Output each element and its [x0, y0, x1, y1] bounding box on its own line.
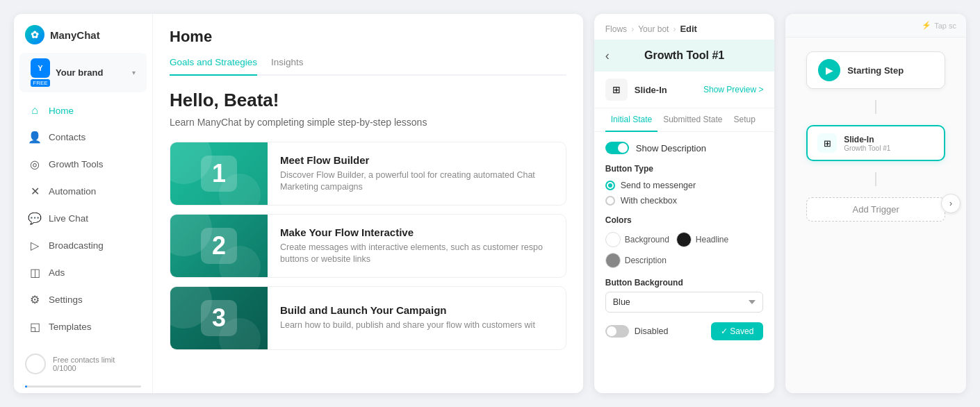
- swatch-background-circle: [605, 232, 621, 247]
- sidebar-item-settings[interactable]: ⚙ Settings: [19, 287, 147, 313]
- editor-tabs: Initial State Submitted State Setup: [594, 108, 775, 132]
- brand-selector[interactable]: Y FREE Your brand ▾: [19, 53, 147, 92]
- back-button[interactable]: ‹: [605, 49, 610, 63]
- editor-panel: Flows › Your bot › Edit ‹ Growth Tool #1…: [594, 14, 775, 393]
- sidebar-item-automation[interactable]: ✕ Automation: [19, 178, 147, 204]
- nav-label-contacts: Contacts: [49, 132, 85, 142]
- lesson-number-1: 1: [201, 156, 237, 192]
- editor-body: Show Description Button Type Send to mes…: [594, 132, 775, 393]
- brand-selector-left: Y FREE Your brand: [31, 58, 103, 87]
- lesson-title-2: Make Your Flow Interactive: [280, 226, 553, 238]
- tab-goals-strategies[interactable]: Goals and Strategies: [170, 57, 257, 76]
- tab-insights[interactable]: Insights: [271, 57, 304, 76]
- show-description-label: Show Description: [636, 143, 706, 153]
- swatch-headline-label: Headline: [696, 235, 728, 244]
- tap-scroll-label: Tap sc: [934, 22, 956, 30]
- contacts-progress-bar: [25, 385, 141, 388]
- button-background-section: Button Background Blue: [605, 278, 764, 313]
- lesson-thumbnail-3: 3: [170, 287, 268, 349]
- swatch-background[interactable]: Background: [605, 232, 669, 247]
- starting-step-card[interactable]: ▶ Starting Step: [806, 51, 945, 89]
- swatch-headline[interactable]: Headline: [676, 232, 728, 247]
- editor-header: ‹ Growth Tool #1: [594, 40, 775, 72]
- show-preview-link[interactable]: Show Preview >: [703, 85, 763, 94]
- nav-label-templates: Templates: [49, 322, 92, 332]
- button-background-label: Button Background: [605, 278, 764, 288]
- contacts-progress-fill: [25, 385, 27, 388]
- breadcrumb-flows[interactable]: Flows: [605, 24, 627, 34]
- button-background-select[interactable]: Blue: [605, 292, 764, 313]
- breadcrumb-current: Edit: [680, 24, 697, 34]
- tab-submitted-state[interactable]: Submitted State: [658, 108, 728, 132]
- slide-in-step-sub: Growth Tool #1: [844, 144, 890, 152]
- saved-button[interactable]: ✓ Saved: [711, 322, 763, 340]
- breadcrumb-sep-2: ›: [673, 24, 676, 34]
- brand-avatar: Y: [31, 58, 50, 78]
- swatch-description[interactable]: Description: [605, 253, 667, 268]
- home-icon: ⌂: [28, 104, 42, 117]
- settings-icon: ⚙: [28, 293, 42, 306]
- breadcrumb: Flows › Your bot › Edit: [594, 14, 775, 40]
- contacts-limit: Free contacts limit 0/1000: [14, 345, 152, 383]
- tap-scroll-hint: ⚡ Tap sc: [922, 21, 956, 30]
- radio-checkbox-label: With checkbox: [621, 196, 677, 206]
- automation-icon: ✕: [28, 185, 42, 198]
- lesson-number-3: 3: [201, 300, 237, 336]
- nav-label-live-chat: Live Chat: [49, 213, 88, 224]
- slide-in-icon: ⊞: [605, 78, 628, 101]
- swatch-background-label: Background: [625, 235, 669, 244]
- sidebar-item-templates[interactable]: ◱ Templates: [19, 314, 147, 340]
- slide-in-left: ⊞ Slide-In: [605, 78, 667, 101]
- radio-messenger[interactable]: Send to messenger: [605, 181, 764, 190]
- lesson-info-3: Build and Launch Your Campaign Learn how…: [268, 294, 548, 342]
- right-top-bar: ⚡ Tap sc: [785, 14, 966, 38]
- lesson-desc-3: Learn how to build, publish and share yo…: [280, 319, 535, 332]
- sidebar-item-home[interactable]: ⌂ Home: [19, 98, 147, 123]
- button-size-row: Disabled ✓ Saved: [605, 322, 764, 340]
- tab-initial-state[interactable]: Initial State: [605, 108, 658, 132]
- nav-label-automation: Automation: [49, 186, 96, 197]
- play-icon: ▶: [818, 59, 840, 81]
- sidebar: ✿ ManyChat Y FREE Your brand ▾ ⌂ Home: [14, 14, 153, 393]
- editor-title: Growth Tool #1: [605, 49, 764, 62]
- radio-checkbox[interactable]: With checkbox: [605, 196, 764, 206]
- tab-setup[interactable]: Setup: [728, 108, 761, 132]
- add-trigger-button[interactable]: Add Trigger: [806, 197, 945, 222]
- slide-in-step-card[interactable]: ⊞ Slide-In Growth Tool #1: [806, 125, 945, 161]
- sidebar-item-broadcasting[interactable]: ▷ Broadcasting: [19, 233, 147, 258]
- lesson-card-2[interactable]: 2 Make Your Flow Interactive Create mess…: [170, 214, 566, 278]
- templates-icon: ◱: [28, 320, 42, 333]
- show-description-toggle[interactable]: [605, 142, 629, 154]
- nav-items: ⌂ Home 👤 Contacts ◎ Growth Tools ✕ Autom…: [14, 98, 152, 345]
- breadcrumb-bot[interactable]: Your bot: [638, 24, 669, 34]
- nav-label-home: Home: [49, 106, 74, 116]
- swatch-headline-circle: [676, 232, 692, 247]
- colors-section: Colors Background Headline Description: [605, 215, 764, 268]
- lesson-card-1[interactable]: 1 Meet Flow Builder Discover Flow Builde…: [170, 142, 566, 206]
- lesson-card-3[interactable]: 3 Build and Launch Your Campaign Learn h…: [170, 286, 566, 350]
- main-tabs: Goals and Strategies Insights: [170, 57, 566, 76]
- broadcasting-icon: ▷: [28, 239, 42, 252]
- lesson-thumbnail-1: 1: [170, 142, 268, 205]
- show-description-row: Show Description: [605, 142, 764, 154]
- brand-name: Your brand: [56, 67, 103, 78]
- contacts-limit-label: Free contacts limit: [53, 356, 115, 364]
- sidebar-item-ads[interactable]: ◫ Ads: [19, 260, 147, 285]
- slide-in-step-title: Slide-In: [844, 135, 890, 144]
- free-badge: FREE: [31, 79, 49, 87]
- sidebar-item-contacts[interactable]: 👤 Contacts: [19, 124, 147, 150]
- disabled-label: Disabled: [635, 326, 669, 336]
- page-title: Home: [170, 28, 566, 46]
- radio-messenger-circle: [605, 181, 615, 190]
- lesson-info-2: Make Your Flow Interactive Create messag…: [268, 217, 566, 276]
- sidebar-item-live-chat[interactable]: 💬 Live Chat: [19, 206, 147, 231]
- lesson-title-3: Build and Launch Your Campaign: [280, 304, 535, 316]
- button-size-toggle[interactable]: [605, 325, 629, 338]
- flow-nav-arrow[interactable]: ›: [941, 194, 961, 213]
- main-content: Home Goals and Strategies Insights Hello…: [153, 14, 583, 393]
- slide-in-step-icon: ⊞: [817, 133, 837, 153]
- ads-icon: ◫: [28, 266, 42, 279]
- button-type-label: Button Type: [605, 164, 764, 174]
- sidebar-item-growth-tools[interactable]: ◎ Growth Tools: [19, 151, 147, 177]
- slide-in-row: ⊞ Slide-In Show Preview >: [594, 72, 775, 108]
